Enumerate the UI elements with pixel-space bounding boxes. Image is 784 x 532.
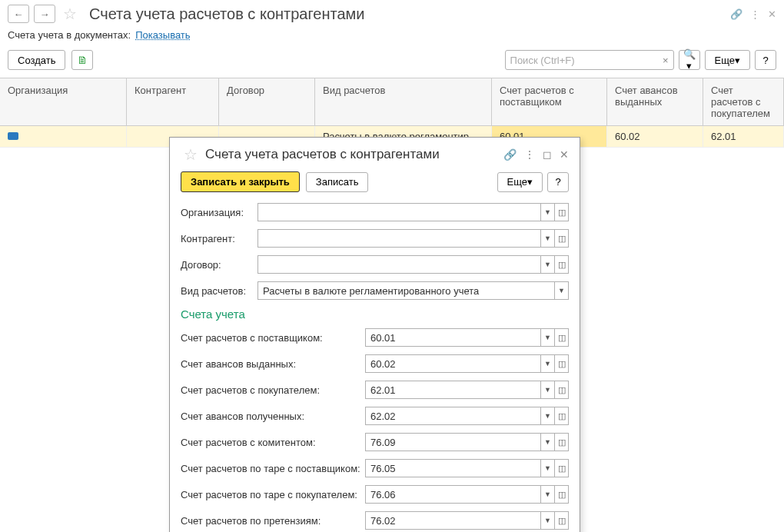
account-open[interactable]: ◫ xyxy=(555,407,569,425)
account-label: Счет расчетов по таре с поставщиком: xyxy=(181,463,365,474)
copy-button[interactable]: 🗎 xyxy=(71,50,93,70)
label-contragent: Контрагент: xyxy=(181,233,257,244)
favorite-star-icon[interactable]: ☆ xyxy=(63,5,77,23)
show-link[interactable]: Показывать xyxy=(135,29,190,41)
open-org[interactable]: ◫ xyxy=(555,203,569,221)
table-header: Организация Контрагент Договор Вид расче… xyxy=(0,78,784,126)
th-contragent[interactable]: Контрагент xyxy=(127,78,219,126)
dialog-more-button[interactable]: Еще ▾ xyxy=(497,172,543,192)
account-input[interactable]: 60.01 xyxy=(365,328,541,347)
dialog-menu-icon[interactable]: ⋮ xyxy=(524,148,535,161)
dropdown-contragent[interactable]: ▼ xyxy=(541,229,555,248)
account-dropdown[interactable]: ▼ xyxy=(541,511,555,530)
account-row: Счет расчетов по таре с покупателем:76.0… xyxy=(181,485,569,504)
search-placeholder: Поиск (Ctrl+F) xyxy=(510,55,593,66)
clear-search-icon[interactable]: × xyxy=(663,55,669,66)
save-close-button[interactable]: Записать и закрыть xyxy=(181,171,300,192)
account-row: Счет расчетов по таре с поставщиком:76.0… xyxy=(181,459,569,477)
account-open[interactable]: ◫ xyxy=(555,381,569,399)
label-calc-type: Вид расчетов: xyxy=(181,285,257,297)
account-open[interactable]: ◫ xyxy=(555,459,569,477)
section-accounts: Счета учета xyxy=(181,308,569,321)
save-button[interactable]: Записать xyxy=(306,172,369,192)
th-calc-type[interactable]: Вид расчетов xyxy=(315,78,492,126)
row-calc-type: Вид расчетов: Расчеты в валюте регламент… xyxy=(181,281,569,300)
document-icon: 🗎 xyxy=(77,54,88,66)
account-open[interactable]: ◫ xyxy=(555,511,569,530)
dropdown-calc-type[interactable]: ▼ xyxy=(555,281,569,300)
nav-back-button[interactable]: ← xyxy=(8,5,29,23)
dialog-maximize-icon[interactable]: ◻ xyxy=(543,148,552,161)
input-contract[interactable] xyxy=(257,255,541,274)
account-dropdown[interactable]: ▼ xyxy=(541,381,555,399)
create-button[interactable]: Создать xyxy=(8,50,65,70)
input-org[interactable] xyxy=(257,203,541,221)
label-org: Организация: xyxy=(181,207,257,218)
account-open[interactable]: ◫ xyxy=(555,485,569,504)
more-button[interactable]: Еще ▾ xyxy=(705,50,750,70)
td-org xyxy=(0,126,127,148)
td-customer-acct: 62.01 xyxy=(703,126,784,148)
dialog-title: Счета учета расчетов с контрагентами xyxy=(205,147,440,162)
dialog-close-icon[interactable]: ✕ xyxy=(560,148,569,161)
account-dropdown[interactable]: ▼ xyxy=(541,433,555,451)
td-advance-acct: 60.02 xyxy=(607,126,703,148)
account-input[interactable]: 76.06 xyxy=(365,485,541,504)
menu-dots-icon[interactable]: ⋮ xyxy=(750,8,760,20)
open-contract[interactable]: ◫ xyxy=(555,255,569,274)
row-contragent: Контрагент: ▼ ◫ xyxy=(181,229,569,248)
nav-forward-button[interactable]: → xyxy=(34,5,55,23)
account-dropdown[interactable]: ▼ xyxy=(541,459,555,477)
account-open[interactable]: ◫ xyxy=(555,354,569,373)
account-label: Счет расчетов по таре с покупателем: xyxy=(181,489,365,500)
account-dropdown[interactable]: ▼ xyxy=(541,328,555,347)
toolbar: Создать 🗎 Поиск (Ctrl+F) × 🔍 ▾ Еще ▾ ? xyxy=(0,47,784,78)
th-supplier-acct[interactable]: Счет расчетов с поставщиком xyxy=(492,78,607,126)
account-row: Счет расчетов с покупателем:62.01▼◫ xyxy=(181,381,569,399)
page-header: ← → ☆ Счета учета расчетов с контрагента… xyxy=(0,0,784,28)
subheader-label: Счета учета в документах: xyxy=(8,29,131,41)
account-input[interactable]: 60.02 xyxy=(365,354,541,373)
th-advance-acct[interactable]: Счет авансов выданных xyxy=(607,78,703,126)
row-record-icon xyxy=(8,132,18,140)
account-dropdown[interactable]: ▼ xyxy=(541,485,555,504)
account-label: Счет расчетов с комитентом: xyxy=(181,437,365,448)
account-open[interactable]: ◫ xyxy=(555,433,569,451)
account-dropdown[interactable]: ▼ xyxy=(541,354,555,373)
help-button[interactable]: ? xyxy=(755,50,776,70)
dropdown-org[interactable]: ▼ xyxy=(541,203,555,221)
account-label: Счет расчетов по претензиям: xyxy=(181,515,365,527)
dialog-toolbar: Записать и закрыть Записать Еще ▾ ? xyxy=(181,171,569,192)
th-org[interactable]: Организация xyxy=(0,78,127,126)
dialog-link-icon[interactable]: 🔗 xyxy=(503,148,517,161)
close-icon[interactable]: ✕ xyxy=(768,8,776,20)
account-label: Счет авансов полученных: xyxy=(181,411,365,422)
account-row: Счет авансов полученных:62.02▼◫ xyxy=(181,407,569,425)
account-input[interactable]: 62.02 xyxy=(365,407,541,425)
search-run-button[interactable]: 🔍 ▾ xyxy=(679,50,700,70)
th-contract[interactable]: Договор xyxy=(219,78,315,126)
subheader: Счета учета в документах: Показывать xyxy=(0,28,784,47)
account-input[interactable]: 76.05 xyxy=(365,459,541,477)
account-input[interactable]: 76.02 xyxy=(365,511,541,530)
search-input[interactable]: Поиск (Ctrl+F) × xyxy=(505,50,674,70)
dropdown-contract[interactable]: ▼ xyxy=(541,255,555,274)
dialog-star-icon[interactable]: ☆ xyxy=(184,145,198,164)
link-icon[interactable]: 🔗 xyxy=(730,8,742,20)
account-input[interactable]: 76.09 xyxy=(365,433,541,451)
account-label: Счет расчетов с поставщиком: xyxy=(181,332,365,344)
row-contract: Договор: ▼ ◫ xyxy=(181,255,569,274)
account-dropdown[interactable]: ▼ xyxy=(541,407,555,425)
open-contragent[interactable]: ◫ xyxy=(555,229,569,248)
account-open[interactable]: ◫ xyxy=(555,328,569,347)
edit-dialog: ☆ Счета учета расчетов с контрагентами 🔗… xyxy=(169,137,580,532)
input-contragent[interactable] xyxy=(257,229,541,248)
account-row: Счет расчетов с поставщиком:60.01▼◫ xyxy=(181,328,569,347)
dialog-header: ☆ Счета учета расчетов с контрагентами 🔗… xyxy=(181,145,569,164)
th-customer-acct[interactable]: Счет расчетов с покупателем xyxy=(703,78,784,126)
account-label: Счет расчетов с покупателем: xyxy=(181,384,365,396)
dialog-help-button[interactable]: ? xyxy=(547,172,569,192)
account-label: Счет авансов выданных: xyxy=(181,358,365,370)
input-calc-type[interactable]: Расчеты в валюте регламентированного уче… xyxy=(257,281,555,300)
account-input[interactable]: 62.01 xyxy=(365,381,541,399)
